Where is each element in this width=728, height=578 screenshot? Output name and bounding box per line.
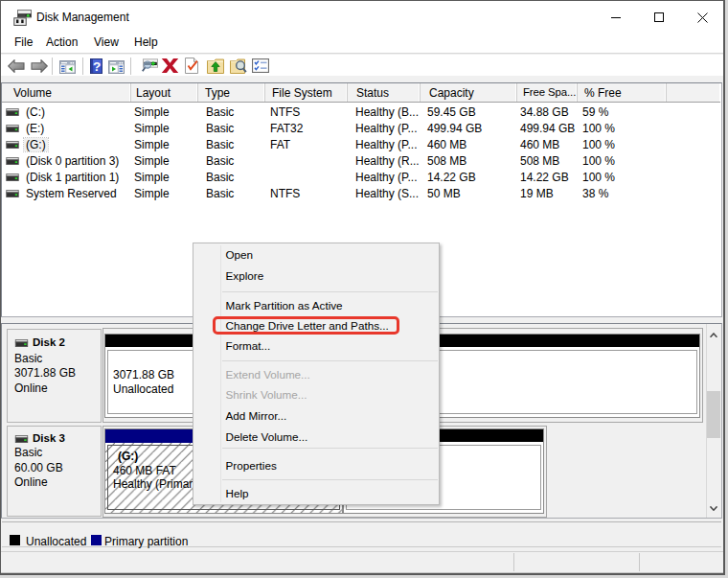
svg-text:?: ? [93,59,101,74]
